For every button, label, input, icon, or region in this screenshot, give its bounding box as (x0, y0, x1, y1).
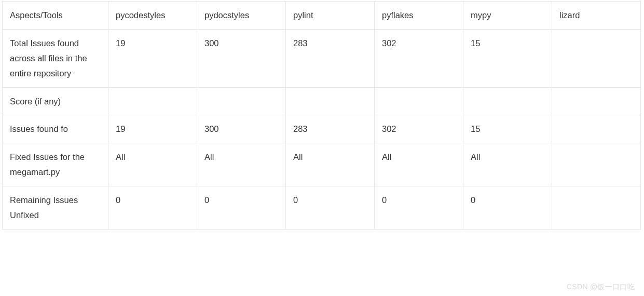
cell: 0 (463, 186, 552, 230)
cell (552, 29, 641, 87)
cell (552, 115, 641, 143)
cell: 0 (108, 186, 197, 230)
cell: 283 (286, 29, 375, 87)
cell: 300 (197, 115, 286, 143)
header-pycodestyles: pycodestyles (108, 2, 197, 30)
row-label: Score (if any) (3, 87, 108, 115)
header-aspects: Aspects/Tools (3, 2, 108, 30)
table-header-row: Aspects/Tools pycodestyles pydocstyles p… (3, 2, 641, 30)
table-row: Remaining Issues Unfixed 0 0 0 0 0 (3, 186, 641, 230)
cell: 0 (286, 186, 375, 230)
cell: All (108, 143, 197, 186)
table-row: Score (if any) (3, 87, 641, 115)
header-pydocstyles: pydocstyles (197, 2, 286, 30)
cell: 19 (108, 115, 197, 143)
header-pyflakes: pyflakes (375, 2, 463, 30)
cell: All (197, 143, 286, 186)
cell: All (463, 143, 552, 186)
cell (552, 87, 641, 115)
cell (108, 87, 197, 115)
cell (463, 87, 552, 115)
cell: 0 (375, 186, 463, 230)
cell: 19 (108, 29, 197, 87)
row-label: Issues found fo (3, 115, 108, 143)
cell: 302 (375, 29, 463, 87)
header-pylint: pylint (286, 2, 375, 30)
cell: 300 (197, 29, 286, 87)
table-row: Total Issues found across all files in t… (3, 29, 641, 87)
cell: 15 (463, 29, 552, 87)
cell (552, 143, 641, 186)
header-mypy: mypy (463, 2, 552, 30)
cell: 283 (286, 115, 375, 143)
cell: All (375, 143, 463, 186)
cell (375, 87, 463, 115)
cell (197, 87, 286, 115)
table-row: Issues found fo 19 300 283 302 15 (3, 115, 641, 143)
cell (552, 186, 641, 230)
cell: 302 (375, 115, 463, 143)
cell (286, 87, 375, 115)
header-lizard: lizard (552, 2, 641, 30)
row-label: Fixed Issues for the megamart.py (3, 143, 108, 186)
row-label: Total Issues found across all files in t… (3, 29, 108, 87)
row-label: Remaining Issues Unfixed (3, 186, 108, 230)
table-row: Fixed Issues for the megamart.py All All… (3, 143, 641, 186)
watermark-text: CSDN @饭一口口吃 (567, 282, 635, 292)
cell: All (286, 143, 375, 186)
cell: 0 (197, 186, 286, 230)
cell: 15 (463, 115, 552, 143)
comparison-table: Aspects/Tools pycodestyles pydocstyles p… (2, 1, 641, 230)
